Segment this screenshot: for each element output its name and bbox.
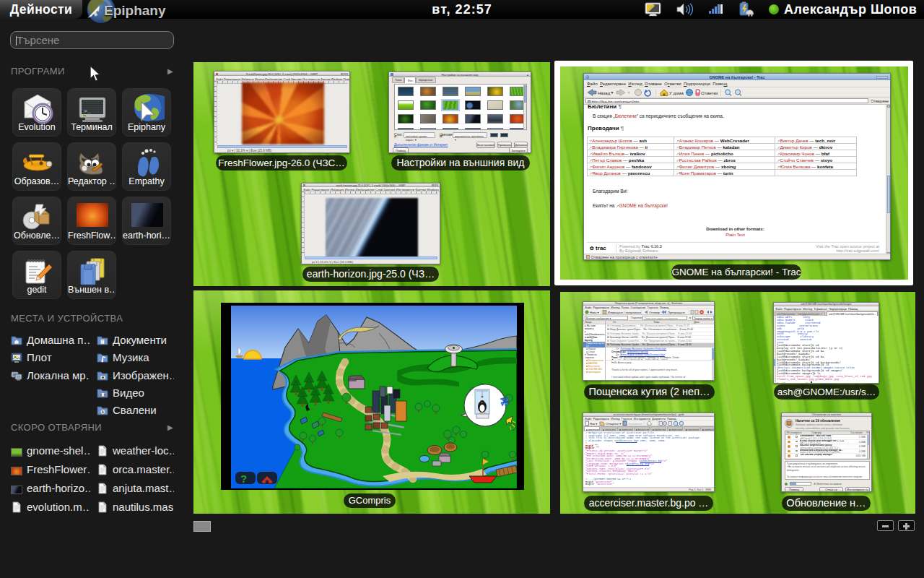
svg-text:Нова ▾: Нова ▾ <box>590 311 599 314</box>
svg-text:Отметки: Отметки <box>701 91 718 95</box>
svg-text:Запазване: Запазване <box>628 422 642 426</box>
svg-text:У дома: У дома <box>669 91 684 95</box>
svg-text:Назад: Назад <box>598 91 611 95</box>
svg-text:Изпращане / получаване: Изпращане / получаване <box>608 311 642 314</box>
svg-text:Отваряне ▾: Отваряне ▾ <box>606 422 621 426</box>
svg-text:Нов ▾: Нов ▾ <box>590 422 597 426</box>
svg-text:>_: >_ <box>84 108 91 114</box>
svg-text:?: ? <box>240 473 247 485</box>
svg-text:Препращане: Препращане <box>668 311 686 314</box>
svg-text:Отговор: Отговор <box>649 311 661 314</box>
